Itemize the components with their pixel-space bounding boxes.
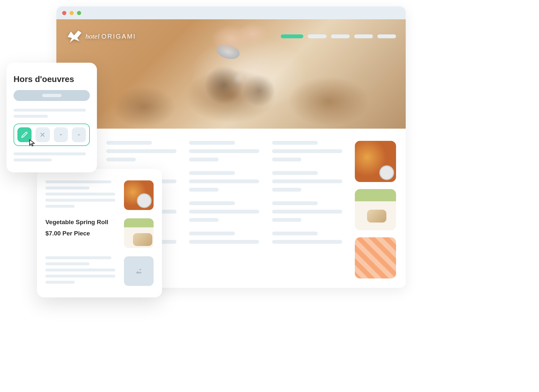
menu-item <box>106 141 180 161</box>
chevron-down-icon <box>58 132 64 138</box>
menu-item <box>189 232 263 244</box>
menu-item <box>272 171 346 192</box>
placeholder-line <box>272 141 318 145</box>
item-thumbnail-wrap <box>124 218 154 248</box>
thumbnail-sushi[interactable] <box>355 237 396 278</box>
window-title-bar <box>56 6 406 19</box>
item-preview-lines <box>14 109 90 118</box>
item-thumbnail-wings <box>124 180 154 210</box>
hero-image: hotel ORIGAMI <box>56 19 406 129</box>
logo-text: hotel ORIGAMI <box>85 32 136 41</box>
placeholder-line <box>45 281 75 284</box>
delete-button[interactable] <box>35 127 50 142</box>
menu-item <box>272 232 346 244</box>
placeholder-line <box>272 210 342 214</box>
maximize-window-icon[interactable] <box>77 11 81 15</box>
item-text: Vegetable Spring Roll $7.00 Per Piece <box>45 218 119 237</box>
item-text <box>45 180 119 208</box>
placeholder-line <box>272 201 318 205</box>
site-logo[interactable]: hotel ORIGAMI <box>66 29 136 43</box>
placeholder-line <box>189 158 219 161</box>
nav-item[interactable] <box>308 34 326 38</box>
menu-item <box>189 171 263 192</box>
placeholder-line <box>14 109 86 112</box>
placeholder-line <box>45 205 75 208</box>
placeholder-line <box>106 158 136 161</box>
mobile-preview-panel: Vegetable Spring Roll $7.00 Per Piece <box>37 169 162 297</box>
minimize-window-icon[interactable] <box>70 11 74 15</box>
pencil-icon <box>21 132 28 138</box>
item-preview-lines <box>14 152 90 161</box>
placeholder-line <box>189 210 259 214</box>
item-price: $7.00 Per Piece <box>45 230 119 238</box>
section-subtitle-placeholder[interactable] <box>14 90 90 101</box>
placeholder-line <box>272 149 342 153</box>
menu-thumbnails <box>355 141 396 278</box>
origami-bird-icon <box>66 29 82 43</box>
nav-item[interactable] <box>331 34 350 38</box>
placeholder-line <box>272 179 342 183</box>
close-icon <box>39 132 46 138</box>
placeholder-line <box>45 187 90 189</box>
site-header: hotel ORIGAMI <box>66 29 396 43</box>
placeholder-line <box>189 171 235 175</box>
item-text <box>45 256 119 284</box>
image-icon <box>134 267 143 276</box>
cursor-icon <box>28 139 36 147</box>
placeholder-line <box>189 201 235 205</box>
logo-origami-word: ORIGAMI <box>101 33 136 40</box>
placeholder-line <box>189 179 259 183</box>
nav-item[interactable] <box>377 34 396 38</box>
placeholder-line <box>14 159 52 161</box>
placeholder-line <box>45 180 111 183</box>
menu-item <box>272 201 346 222</box>
close-window-icon[interactable] <box>62 11 66 15</box>
placeholder-line <box>189 240 259 244</box>
placeholder-line <box>45 199 115 202</box>
placeholder-line <box>45 256 111 259</box>
chevron-up-icon <box>76 132 82 138</box>
placeholder-line <box>14 152 86 155</box>
placeholder-line <box>189 232 235 235</box>
mobile-menu-item[interactable]: Vegetable Spring Roll $7.00 Per Piece <box>45 218 154 248</box>
placeholder-line <box>272 232 318 235</box>
placeholder-line <box>14 115 48 118</box>
nav-item-active[interactable] <box>281 34 303 38</box>
placeholder-line <box>272 188 302 192</box>
item-name: Vegetable Spring Roll <box>45 218 119 226</box>
logo-hotel-word: hotel <box>85 32 99 41</box>
placeholder-line <box>272 171 318 175</box>
placeholder-line <box>45 269 115 271</box>
svg-point-0 <box>139 269 141 270</box>
placeholder-line <box>272 218 302 222</box>
placeholder-line <box>106 141 152 145</box>
menu-column-2 <box>189 141 263 244</box>
move-up-button[interactable] <box>72 127 86 142</box>
menu-item <box>189 141 263 161</box>
nav-menu <box>281 34 396 38</box>
placeholder-line <box>45 262 90 265</box>
placeholder-line <box>45 193 115 196</box>
section-editor-panel: Hors d'oeuvres <box>6 63 97 172</box>
placeholder-line <box>106 149 176 153</box>
placeholder-line <box>189 218 219 222</box>
thumbnail-wings[interactable] <box>355 141 396 182</box>
placeholder-line <box>189 149 259 153</box>
menu-item <box>272 141 346 161</box>
placeholder-line <box>272 240 342 244</box>
placeholder-line <box>45 275 115 278</box>
item-thumbnail-placeholder[interactable] <box>124 256 154 286</box>
menu-item <box>189 201 263 222</box>
move-down-button[interactable] <box>54 127 68 142</box>
nav-item[interactable] <box>354 34 373 38</box>
mobile-menu-item[interactable] <box>45 256 154 286</box>
placeholder-line <box>272 158 302 161</box>
section-title: Hors d'oeuvres <box>14 74 90 84</box>
thumbnail-wrap[interactable] <box>355 189 396 230</box>
mobile-menu-item[interactable] <box>45 180 154 210</box>
item-edit-toolbar <box>14 123 90 146</box>
placeholder-line <box>189 141 235 145</box>
placeholder-line <box>189 188 219 192</box>
menu-column-3 <box>272 141 346 244</box>
